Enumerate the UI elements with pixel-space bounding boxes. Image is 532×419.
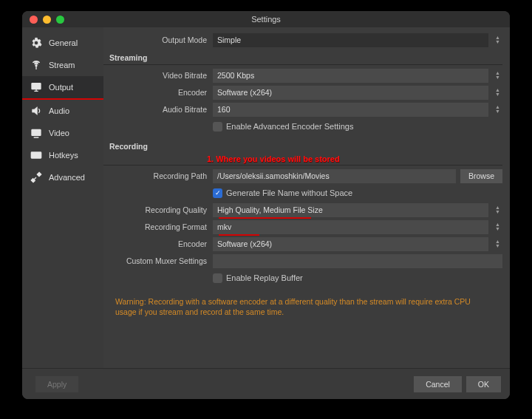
sidebar-item-label: Video <box>49 129 69 137</box>
monitor-icon <box>30 81 43 93</box>
keyboard-icon <box>30 149 43 161</box>
output-mode-value: Simple <box>217 35 241 44</box>
annotation-text: 1. Where you videos will be stored <box>207 154 502 163</box>
sidebar-item-label: General <box>49 38 78 47</box>
sidebar-item-label: Advanced <box>49 173 85 182</box>
display-icon <box>30 127 43 139</box>
sidebar-item-video[interactable]: Video <box>22 122 103 144</box>
ok-button[interactable]: OK <box>466 376 501 392</box>
annotation-underline <box>219 234 259 236</box>
video-bitrate-input[interactable]: 2500 Kbps <box>213 69 488 83</box>
recording-format-select[interactable]: mkv <box>213 220 488 234</box>
replay-buffer-label: Enable Replay Buffer <box>226 273 303 282</box>
gen-filename-checkbox[interactable]: ✓ <box>213 188 222 198</box>
stepper-icon[interactable] <box>493 71 502 80</box>
recording-quality-label: Recording Quality <box>103 205 213 214</box>
warning-text: Warning: Recording with a software encod… <box>103 287 502 317</box>
rec-encoder-select[interactable]: Software (x264) <box>213 237 488 251</box>
stream-encoder-select[interactable]: Software (x264) <box>213 86 488 100</box>
svg-rect-3 <box>31 152 41 158</box>
stream-encoder-label: Encoder <box>103 88 213 97</box>
sidebar-item-audio[interactable]: Audio <box>22 100 103 122</box>
speaker-icon <box>30 105 43 117</box>
sidebar-item-label: Audio <box>49 106 69 115</box>
enable-advanced-label: Enable Advanced Encoder Settings <box>226 122 353 131</box>
gen-filename-label: Generate File Name without Space <box>226 188 352 197</box>
recording-path-label: Recording Path <box>103 171 213 180</box>
apply-button[interactable]: Apply <box>35 376 78 392</box>
sidebar-item-stream[interactable]: Stream <box>22 54 103 76</box>
audio-bitrate-label: Audio Bitrate <box>103 105 213 114</box>
stepper-icon[interactable] <box>493 239 502 248</box>
window-title: Settings <box>22 15 510 24</box>
sidebar-item-advanced[interactable]: Advanced <box>22 166 103 188</box>
recording-header: Recording <box>103 138 502 153</box>
recording-format-label: Recording Format <box>103 222 213 231</box>
sidebar: General Stream Output Audio Video Hotkey… <box>22 27 103 368</box>
gear-icon <box>30 37 43 49</box>
stepper-icon[interactable] <box>493 88 502 97</box>
video-bitrate-label: Video Bitrate <box>103 71 213 80</box>
sidebar-item-general[interactable]: General <box>22 32 103 54</box>
enable-advanced-checkbox[interactable] <box>213 122 222 132</box>
recording-path-input[interactable]: /Users/oleksii.samoshkin/Movies <box>213 169 456 183</box>
antenna-icon <box>30 59 43 71</box>
audio-bitrate-select[interactable]: 160 <box>213 103 488 117</box>
stepper-icon[interactable] <box>493 35 502 44</box>
annotation-underline <box>219 217 311 219</box>
muxer-label: Custom Muxer Settings <box>103 256 213 265</box>
settings-window: Settings General Stream Output Audio Vi <box>22 11 510 399</box>
sidebar-item-label: Output <box>49 83 73 92</box>
output-mode-label: Output Mode <box>103 35 213 44</box>
svg-rect-1 <box>32 84 41 89</box>
sidebar-item-output[interactable]: Output <box>22 76 103 100</box>
sidebar-item-label: Stream <box>49 61 75 69</box>
cancel-button[interactable]: Cancel <box>414 376 462 392</box>
titlebar: Settings <box>22 11 510 27</box>
browse-button[interactable]: Browse <box>460 169 502 183</box>
replay-buffer-checkbox[interactable] <box>213 273 222 283</box>
sidebar-item-label: Hotkeys <box>49 151 78 160</box>
stepper-icon[interactable] <box>493 205 502 214</box>
muxer-input[interactable] <box>213 254 502 268</box>
recording-quality-select[interactable]: High Quality, Medium File Size <box>213 203 488 217</box>
content-pane: Output Mode Simple Streaming Video Bitra… <box>103 27 510 368</box>
stepper-icon[interactable] <box>493 222 502 231</box>
sidebar-item-hotkeys[interactable]: Hotkeys <box>22 144 103 166</box>
streaming-header: Streaming <box>103 50 502 65</box>
rec-encoder-label: Encoder <box>103 239 213 248</box>
stepper-icon[interactable] <box>493 105 502 114</box>
svg-rect-2 <box>32 129 41 135</box>
output-mode-select[interactable]: Simple <box>213 33 488 47</box>
footer: Apply Cancel OK <box>22 368 510 399</box>
tools-icon <box>30 171 43 183</box>
